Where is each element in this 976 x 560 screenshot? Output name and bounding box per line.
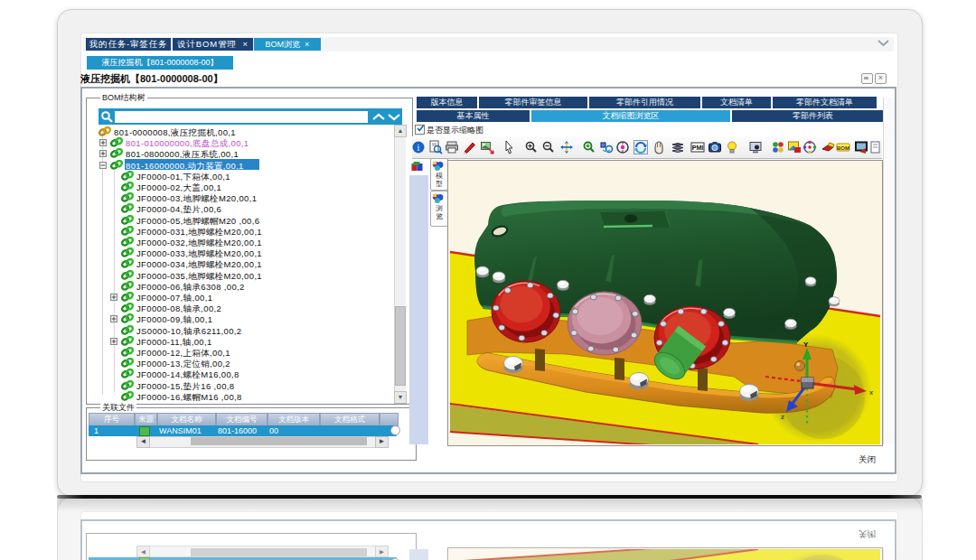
svg-text:z: z bbox=[781, 413, 784, 421]
svg-text:BOM: BOM bbox=[837, 145, 849, 151]
svg-text:PMI: PMI bbox=[692, 145, 704, 151]
svg-text:Y: Y bbox=[803, 341, 809, 349]
svg-text:i: i bbox=[418, 143, 420, 153]
svg-text:x: x bbox=[869, 388, 873, 397]
